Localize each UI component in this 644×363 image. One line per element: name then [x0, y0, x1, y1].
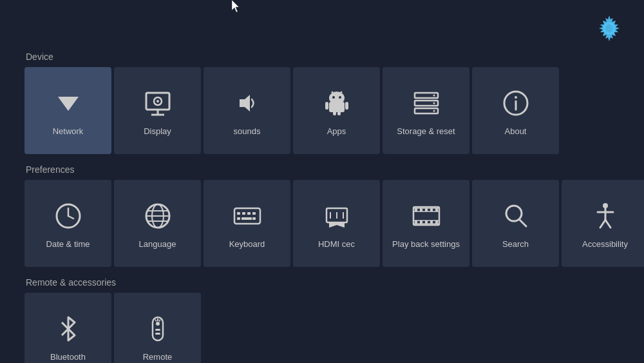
svg-line-69	[600, 220, 605, 228]
preferences-tiles-row: Date & time Language	[23, 180, 644, 267]
tile-hdmi-cec-label: HDMI cec	[318, 239, 355, 249]
svg-rect-59	[415, 221, 417, 224]
wifi-icon	[50, 85, 86, 121]
device-tiles-row: Network Display	[23, 67, 644, 154]
svg-rect-56	[425, 208, 428, 211]
svg-line-70	[605, 220, 611, 228]
keyboard-icon	[229, 198, 265, 234]
info-icon	[498, 85, 534, 121]
tile-search[interactable]: Search	[472, 180, 559, 267]
tile-remote-label: Remote	[143, 352, 173, 362]
preferences-section-label: Preferences	[26, 164, 644, 175]
tile-accessibility[interactable]: Accessibility	[562, 180, 644, 267]
svg-rect-39	[242, 212, 245, 215]
remote-accessories-label: Remote & accessories	[26, 277, 644, 288]
svg-point-18	[331, 92, 333, 93]
globe-icon	[140, 198, 176, 234]
settings-icon[interactable]	[594, 13, 625, 44]
svg-rect-45	[252, 217, 256, 220]
device-section-label: Device	[26, 52, 644, 62]
svg-line-65	[520, 220, 526, 226]
svg-rect-62	[430, 221, 433, 224]
svg-rect-58	[435, 208, 438, 211]
svg-rect-61	[425, 221, 428, 224]
clock-icon	[50, 198, 86, 234]
accessibility-icon	[587, 198, 623, 234]
svg-point-6	[156, 100, 159, 103]
preferences-section: Preferences Date & time	[0, 164, 644, 267]
search-icon	[498, 198, 534, 234]
svg-point-25	[433, 110, 435, 112]
tile-date-time-label: Date & time	[46, 239, 90, 249]
svg-line-75	[155, 320, 156, 322]
tile-date-time[interactable]: Date & time	[24, 180, 111, 267]
svg-rect-12	[333, 111, 336, 115]
svg-point-14	[332, 96, 335, 99]
tile-display[interactable]: Display	[114, 67, 201, 154]
svg-marker-47	[329, 222, 345, 228]
storage-icon	[408, 85, 444, 121]
svg-rect-37	[234, 208, 260, 224]
bluetooth-icon	[50, 311, 86, 347]
hdmi-icon	[319, 198, 355, 234]
svg-rect-11	[345, 102, 348, 110]
svg-rect-42	[237, 217, 240, 220]
tile-accessibility-label: Accessibility	[582, 239, 628, 249]
tile-search-label: Search	[502, 239, 529, 249]
svg-rect-76	[155, 329, 160, 331]
tile-keyboard[interactable]: Keyboard	[204, 180, 290, 267]
svg-rect-77	[155, 333, 160, 335]
svg-rect-44	[242, 217, 252, 220]
tile-display-label: Display	[144, 126, 171, 136]
tile-storage[interactable]: Storage & reset	[383, 67, 469, 154]
tile-hdmi-cec[interactable]: HDMI cec	[293, 180, 380, 267]
tile-storage-label: Storage & reset	[397, 126, 455, 136]
tile-about[interactable]: About	[472, 67, 559, 154]
tile-network-label: Network	[53, 126, 84, 136]
svg-point-72	[156, 322, 160, 326]
svg-point-19	[340, 92, 342, 93]
tile-remote[interactable]: Remote	[114, 293, 201, 363]
tile-apps-label: Apps	[327, 126, 346, 136]
device-section: Device Network	[0, 52, 644, 154]
svg-rect-63	[435, 221, 438, 224]
remote-accessories-tiles-row: Bluetooth Remote	[23, 293, 644, 363]
svg-point-15	[339, 96, 341, 99]
svg-rect-13	[337, 111, 341, 115]
svg-point-28	[515, 96, 517, 99]
display-icon	[140, 85, 176, 121]
main-content: Device Network	[0, 0, 644, 363]
apps-icon	[319, 85, 355, 121]
tile-about-label: About	[505, 126, 527, 136]
tile-playback-label: Play back settings	[392, 239, 460, 249]
svg-rect-41	[252, 212, 256, 215]
remote-accessories-section: Remote & accessories Bluetooth	[0, 277, 644, 363]
svg-rect-55	[420, 208, 422, 211]
tile-language-label: Language	[139, 239, 176, 249]
tile-apps[interactable]: Apps	[293, 67, 380, 154]
svg-line-31	[68, 216, 73, 219]
film-icon	[408, 198, 444, 234]
tile-language[interactable]: Language	[114, 180, 201, 267]
svg-point-23	[433, 95, 435, 97]
svg-rect-10	[325, 102, 328, 110]
volume-icon	[229, 85, 265, 121]
svg-marker-7	[240, 95, 250, 112]
svg-rect-40	[247, 212, 251, 215]
tile-playback-settings[interactable]: Play back settings	[383, 180, 469, 267]
svg-point-64	[506, 206, 522, 221]
remote-icon	[140, 311, 176, 347]
tile-bluetooth-label: Bluetooth	[50, 352, 86, 362]
tile-keyboard-label: Keyboard	[229, 239, 265, 249]
svg-rect-54	[415, 208, 417, 211]
tile-bluetooth[interactable]: Bluetooth	[24, 293, 111, 363]
svg-rect-57	[430, 208, 433, 211]
svg-marker-1	[58, 97, 79, 111]
tile-sounds[interactable]: sounds	[204, 67, 290, 154]
svg-rect-38	[237, 212, 240, 215]
svg-point-24	[433, 103, 435, 104]
svg-rect-60	[420, 221, 422, 224]
svg-line-74	[159, 320, 160, 322]
svg-rect-9	[329, 102, 345, 112]
tile-network[interactable]: Network	[24, 67, 111, 154]
